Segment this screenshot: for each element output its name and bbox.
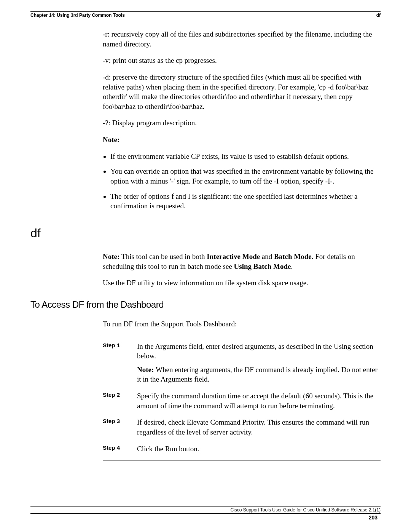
cp-option-r: -r: recursively copy all of the files an…	[103, 29, 381, 49]
note-label: Note:	[103, 135, 381, 145]
step-body: Specify the command duration time or acc…	[137, 391, 381, 411]
chapter-title: Chapter 14: Using 3rd Party Common Tools	[30, 13, 125, 18]
step-body: Click the Run button.	[137, 444, 381, 454]
step-row: Step 1 In the Arguments field, enter des…	[103, 342, 381, 385]
header-section-label: df	[376, 13, 381, 18]
running-header: Chapter 14: Using 3rd Party Common Tools…	[30, 13, 381, 18]
access-df-content: To run DF from the Support Tools Dashboa…	[103, 319, 381, 461]
df-note: Note: This tool can be used in both Inte…	[103, 252, 381, 271]
cp-option-d: -d: preserve the directory structure of …	[103, 72, 381, 112]
df-description: Use the DF utility to view information o…	[103, 278, 381, 288]
df-content: Note: This tool can be used in both Inte…	[103, 252, 381, 288]
df-heading: df	[30, 226, 381, 240]
page-footer: Cisco Support Tools User Guide for Cisco…	[30, 506, 381, 521]
cp-option-v: -v: print out status as the cp progresse…	[103, 56, 381, 66]
main-content: -r: recursively copy all of the files an…	[103, 29, 381, 211]
cp-note-item: You can override an option that was spec…	[110, 166, 381, 186]
step-label: Step 3	[103, 417, 137, 437]
step-label: Step 2	[103, 391, 137, 411]
step-body: In the Arguments field, enter desired ar…	[137, 342, 381, 385]
step-row: Step 2 Specify the command duration time…	[103, 391, 381, 411]
access-df-heading: To Access DF from the Dashboard	[30, 299, 381, 310]
cp-option-q: -?: Display program description.	[103, 118, 381, 128]
steps-block: Step 1 In the Arguments field, enter des…	[103, 336, 381, 461]
step-row: Step 4 Click the Run button.	[103, 444, 381, 454]
cp-note-item: The order of options f and I is signific…	[110, 192, 381, 211]
step-label: Step 1	[103, 342, 137, 385]
cp-notes-list: If the environment variable CP exists, i…	[103, 152, 381, 211]
step-body: If desired, check Elevate Command Priori…	[137, 417, 381, 437]
step-row: Step 3 If desired, check Elevate Command…	[103, 417, 381, 437]
access-intro: To run DF from the Support Tools Dashboa…	[103, 319, 381, 329]
cp-note-item: If the environment variable CP exists, i…	[110, 152, 381, 161]
footer-doc-title: Cisco Support Tools User Guide for Cisco…	[30, 507, 381, 513]
page-number: 203	[369, 514, 381, 521]
step-label: Step 4	[103, 444, 137, 454]
